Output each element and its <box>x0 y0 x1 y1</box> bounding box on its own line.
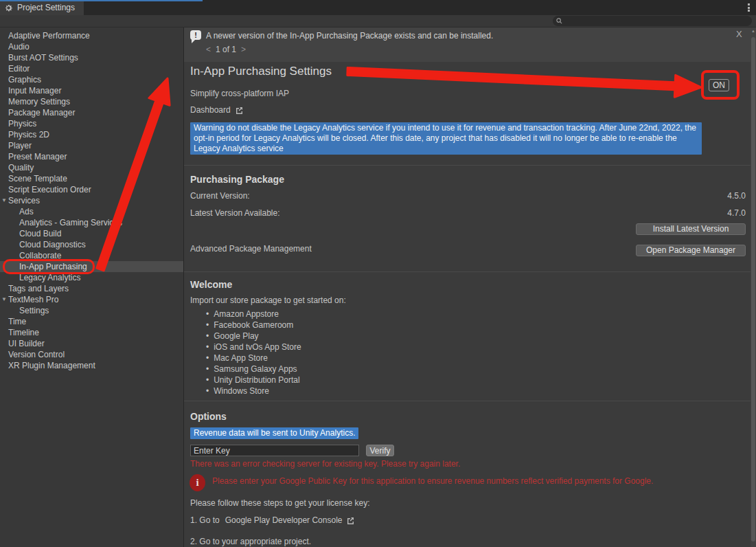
sidebar-item-editor[interactable]: Editor <box>0 63 183 74</box>
search-box[interactable] <box>553 16 752 26</box>
sidebar-item-label: Script Execution Order <box>8 185 91 194</box>
main-panel: ! A newer version of the In-App Purchasi… <box>184 27 751 547</box>
sidebar-item-label: TextMesh Pro <box>8 295 58 304</box>
key-input[interactable] <box>190 445 359 456</box>
sidebar-item-package-manager[interactable]: Package Manager <box>0 107 183 118</box>
sidebar-item-label: Input Manager <box>8 86 61 96</box>
tab-title: Project Settings <box>17 3 75 12</box>
sidebar-item-label: Settings <box>19 306 49 315</box>
sidebar-item-audio[interactable]: Audio <box>0 41 183 52</box>
sidebar-item-in-app-purchasing[interactable]: In-App Purchasing <box>0 261 183 272</box>
focused-tab-accent <box>0 0 203 1</box>
dashboard-label: Dashboard <box>190 105 231 115</box>
current-version-row: Current Version: 4.5.0 <box>190 191 746 201</box>
sidebar-item-label: Physics <box>8 119 36 129</box>
sidebar-item-label: Editor <box>8 64 30 74</box>
legacy-analytics-warning: Warning do not disable the Legacy Analyt… <box>190 122 702 155</box>
sidebar-item-analytics-gaming-services[interactable]: Analytics - Gaming Services <box>0 217 183 228</box>
latest-version-row: Latest Version Available: 4.7.0 <box>190 208 746 218</box>
sidebar-item-label: Preset Manager <box>8 152 67 161</box>
open-package-manager-button[interactable]: Open Package Manager <box>636 245 746 256</box>
sidebar-list: Adaptive PerformanceAudioBurst AOT Setti… <box>0 30 183 371</box>
sidebar-item-label: Adaptive Performance <box>8 31 90 41</box>
notification-pager: < 1 of 1 > <box>206 45 246 54</box>
sidebar-item-ui-builder[interactable]: UI Builder <box>0 338 183 349</box>
scrollbar-thumb[interactable] <box>751 37 755 542</box>
sidebar-item-label: Ads <box>19 207 34 216</box>
dashboard-link[interactable]: Dashboard <box>190 105 244 115</box>
sidebar-item-preset-manager[interactable]: Preset Manager <box>0 151 183 162</box>
sidebar-item-cloud-build[interactable]: Cloud Build <box>0 228 183 239</box>
sidebar-item-time[interactable]: Time <box>0 316 183 327</box>
sidebar-item-script-execution-order[interactable]: Script Execution Order <box>0 184 183 195</box>
google-key-warning: Please enter your Google Public Key for … <box>212 476 746 486</box>
options-heading: Options <box>190 411 227 422</box>
sidebar-item-collaborate[interactable]: Collaborate <box>0 250 183 261</box>
sidebar-item-legacy-analytics[interactable]: Legacy Analytics <box>0 272 183 283</box>
alert-bubble-icon: ! <box>190 30 201 40</box>
tab-project-settings[interactable]: Project Settings <box>0 0 84 15</box>
sidebar-item-tags-and-layers[interactable]: Tags and Layers <box>0 283 183 294</box>
latest-version-value: 4.7.0 <box>727 208 746 218</box>
sidebar-item-scene-template[interactable]: Scene Template <box>0 173 183 184</box>
verify-button[interactable]: Verify <box>366 445 394 456</box>
service-toggle-on-button[interactable]: ON <box>709 79 729 91</box>
sidebar-item-settings[interactable]: Settings <box>0 305 183 316</box>
sidebar-item-adaptive-performance[interactable]: Adaptive Performance <box>0 30 183 41</box>
sidebar-item-ads[interactable]: Ads <box>0 206 183 217</box>
sidebar-item-physics-2d[interactable]: Physics 2D <box>0 129 183 140</box>
sidebar-item-burst-aot-settings[interactable]: Burst AOT Settings <box>0 52 183 63</box>
sidebar-item-physics[interactable]: Physics <box>0 118 183 129</box>
page-subtitle: Simplify cross-platform IAP <box>190 89 289 98</box>
sidebar-item-label: Cloud Diagnostics <box>19 240 86 249</box>
latest-version-label: Latest Version Available: <box>190 208 280 218</box>
search-input[interactable] <box>565 17 744 25</box>
sidebar-item-quality[interactable]: Quality <box>0 162 183 173</box>
scroll-up-icon[interactable]: ▲ <box>751 29 756 33</box>
vertical-scrollbar: ▲ <box>751 27 756 547</box>
sidebar-item-cloud-diagnostics[interactable]: Cloud Diagnostics <box>0 239 183 250</box>
sidebar-item-input-manager[interactable]: Input Manager <box>0 85 183 96</box>
store-list-item: Samsung Galaxy Apps <box>206 364 301 375</box>
search-icon <box>556 18 562 24</box>
kebab-menu-icon[interactable] <box>745 3 752 12</box>
foldout-icon[interactable]: ▼ <box>1 195 7 206</box>
welcome-intro: Import our store package to get started … <box>190 295 346 305</box>
step-2-text: 2. Go to your appropriate project. <box>190 537 311 546</box>
sidebar-item-graphics[interactable]: Graphics <box>0 74 183 85</box>
welcome-heading: Welcome <box>190 279 232 290</box>
notification-bar: ! A newer version of the In-App Purchasi… <box>184 27 751 62</box>
sidebar-item-textmesh-pro[interactable]: ▼TextMesh Pro <box>0 294 183 305</box>
sidebar-item-label: In-App Purchasing <box>19 262 87 271</box>
sidebar-item-label: Memory Settings <box>8 97 70 107</box>
info-icon: i <box>190 474 205 491</box>
sidebar-item-timeline[interactable]: Timeline <box>0 327 183 338</box>
sidebar-item-label: XR Plugin Management <box>8 361 95 370</box>
pager-prev-button[interactable]: < <box>206 45 211 54</box>
sidebar-item-label: Services <box>8 196 40 205</box>
sidebar-item-label: Scene Template <box>8 174 67 183</box>
sidebar-item-label: Timeline <box>8 328 39 337</box>
notification-text: A newer version of the In-App Purchasing… <box>206 31 493 41</box>
store-list-item: Amazon Appstore <box>206 309 301 320</box>
google-play-console-link[interactable]: Google Play Developer Console <box>225 515 343 525</box>
sidebar-item-label: UI Builder <box>8 339 45 348</box>
install-latest-version-button[interactable]: Install Latest Version <box>636 223 746 235</box>
sidebar-item-label: Collaborate <box>19 251 61 260</box>
pager-label: 1 of 1 <box>216 45 236 54</box>
purchasing-package-heading: Purchasing Package <box>190 174 284 185</box>
sidebar-item-memory-settings[interactable]: Memory Settings <box>0 96 183 107</box>
sidebar-item-version-control[interactable]: Version Control <box>0 349 183 360</box>
pager-next-button[interactable]: > <box>241 45 246 54</box>
store-list-item: Windows Store <box>206 386 301 397</box>
close-icon[interactable]: X <box>736 29 742 39</box>
sidebar-item-xr-plugin-management[interactable]: XR Plugin Management <box>0 360 183 371</box>
sidebar-item-label: Analytics - Gaming Services <box>19 218 122 227</box>
key-error-text: There was an error checking server for e… <box>190 459 460 469</box>
sidebar-item-services[interactable]: ▼Services <box>0 195 183 206</box>
foldout-icon[interactable]: ▼ <box>1 294 7 305</box>
section-divider <box>184 165 751 166</box>
sidebar-item-player[interactable]: Player <box>0 140 183 151</box>
sidebar-item-label: Cloud Build <box>19 229 61 238</box>
store-list-item: iOS and tvOs App Store <box>206 342 301 353</box>
